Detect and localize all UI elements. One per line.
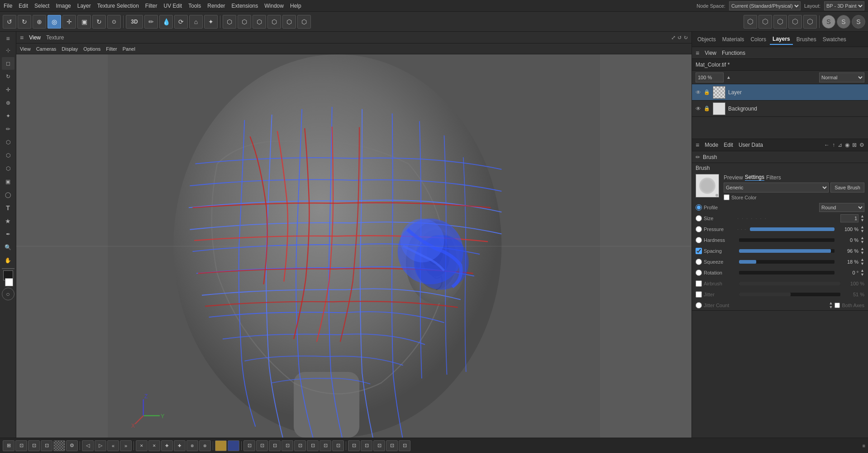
panel-hamburger-2[interactable]: ≡ [696, 141, 699, 149]
left-tool-3[interactable]: ✦ [2, 110, 14, 122]
vp-menu-filter[interactable]: Filter [106, 46, 117, 52]
left-tool-live[interactable]: ✛ [2, 83, 14, 96]
menu-uv-edit[interactable]: UV Edit [164, 3, 182, 9]
fill-button[interactable]: ⟳ [174, 15, 188, 29]
menu-window[interactable]: Window [264, 3, 284, 9]
jitter-count-spinner[interactable]: ▲▼ [829, 301, 833, 309]
layer-item-background[interactable]: 👁 🔒 Background [692, 101, 868, 117]
layer-lock-bg-icon[interactable]: 🔒 [704, 106, 710, 111]
spacing-checkbox[interactable] [696, 248, 702, 254]
panel-view-label[interactable]: View [705, 50, 716, 56]
panel-icon-2[interactable]: ⊠ [852, 142, 857, 148]
vp-menu-view[interactable]: View [20, 46, 31, 52]
toolbar-btn-a[interactable]: ⬡ [223, 15, 236, 29]
right-tab-layers[interactable]: Layers [770, 34, 793, 45]
menu-edit[interactable]: Edit [19, 3, 28, 9]
bottom-color1[interactable] [215, 440, 227, 451]
filter-icon[interactable]: ⊿ [838, 142, 842, 148]
layer-visibility-icon[interactable]: 👁 [696, 89, 701, 96]
right-tab-swatches[interactable]: Swatches [820, 34, 849, 44]
panel-icon-3[interactable]: ⚙ [859, 142, 864, 148]
undo-button[interactable]: ↺ [3, 15, 16, 29]
vp-menu-cameras[interactable]: Cameras [36, 46, 57, 52]
panel-hamburger[interactable]: ≡ [696, 49, 699, 57]
left-tool-star[interactable]: ★ [2, 215, 14, 227]
layout-select[interactable]: BP - 3D Paint [824, 1, 864, 10]
right-tab-objects[interactable]: Objects [695, 34, 719, 44]
circle-select-tool[interactable]: ◎ [48, 15, 61, 29]
bottom-btn-x2[interactable]: ✕ [148, 440, 160, 451]
toolbar-btn-b[interactable]: ⬡ [238, 15, 251, 29]
bottom-brush5[interactable]: ⊡ [294, 440, 306, 451]
bottom-btn-arrow-l[interactable]: ◁ [82, 440, 94, 451]
bottom-brush4[interactable]: ⊡ [281, 440, 293, 451]
save-brush-button[interactable]: Save Brush [830, 183, 864, 193]
bottom-btn-2[interactable]: ⊡ [15, 440, 27, 451]
pressure-spinner[interactable]: ▲▼ [860, 225, 864, 233]
jitter-count-radio[interactable] [696, 302, 702, 308]
left-tool-rect[interactable]: ▣ [2, 175, 14, 188]
left-tool-scale[interactable]: ◻ [2, 57, 14, 70]
pressure-radio[interactable] [696, 226, 702, 232]
menu-file[interactable]: File [4, 3, 12, 9]
blend-mode-select[interactable]: Normal Multiply Screen Overlay [819, 72, 864, 82]
bottom-btn-x3[interactable]: ⊗ [186, 440, 198, 451]
bottom-color2[interactable] [228, 440, 239, 451]
menu-image[interactable]: Image [56, 3, 71, 9]
stamp-button[interactable]: ⌂ [189, 15, 203, 29]
layer-visibility-bg-icon[interactable]: 👁 [696, 106, 701, 112]
left-tool-rotate[interactable]: ↻ [2, 70, 14, 83]
bottom-btn-grid[interactable]: ⊞ [3, 440, 14, 451]
bottom-btn-cross1[interactable]: ✚ [161, 440, 173, 451]
right-tab-materials[interactable]: Materials [720, 34, 747, 44]
bottom-btn-x4[interactable]: ⊗ [199, 440, 211, 451]
bottom-view4[interactable]: ⊡ [386, 440, 398, 451]
left-tool-text[interactable]: T [2, 202, 14, 214]
bottom-btn-cross2[interactable]: ✚ [174, 440, 186, 451]
hardness-radio[interactable] [696, 237, 702, 243]
squeeze-spinner[interactable]: ▲▼ [860, 258, 864, 266]
rotation-spinner[interactable]: ▲▼ [860, 269, 864, 277]
hardness-spinner[interactable]: ▲▼ [860, 236, 864, 244]
cone-btn[interactable]: ⬡ [773, 15, 787, 29]
bottom-brush7[interactable]: ⊡ [320, 440, 331, 451]
left-tool-6[interactable]: ⬡ [2, 149, 14, 162]
store-color-checkbox[interactable] [724, 194, 730, 200]
mode-label[interactable]: Mode [705, 142, 718, 148]
bottom-view1[interactable]: ⊡ [348, 440, 360, 451]
rotate-tool[interactable]: ↻ [92, 15, 106, 29]
cube-btn[interactable]: ⬡ [758, 15, 772, 29]
sphere-btn[interactable]: ⬡ [744, 15, 757, 29]
bottom-btn-settings[interactable]: ⚙ [66, 440, 78, 451]
left-tool-5[interactable]: ⬡ [2, 136, 14, 149]
profile-radio[interactable] [696, 204, 702, 211]
pattern-button[interactable]: ✦ [204, 15, 218, 29]
nav-up[interactable]: ↑ [832, 142, 835, 148]
viewport-tab-view[interactable]: View [29, 34, 41, 41]
size-radio[interactable] [696, 215, 702, 222]
bottom-btn-3[interactable]: ⊡ [28, 440, 40, 451]
viewport-tab-texture[interactable]: Texture [46, 34, 64, 41]
opacity-input[interactable] [696, 72, 724, 82]
both-axes-checkbox[interactable] [835, 303, 840, 308]
menu-filter[interactable]: Filter [145, 3, 157, 9]
bottom-view2[interactable]: ⊡ [361, 440, 372, 451]
bottom-view3[interactable]: ⊡ [373, 440, 385, 451]
left-tool-pen[interactable]: ✒ [2, 228, 14, 241]
brush-tab-preview[interactable]: Preview [724, 174, 743, 181]
hamburger-icon[interactable]: ≡ [2, 34, 14, 43]
material-s2[interactable]: S [837, 15, 850, 29]
menu-tools[interactable]: Tools [188, 3, 201, 9]
left-tool-circle-bottom[interactable]: ○ [2, 288, 14, 300]
brush-tab-settings[interactable]: Settings [745, 174, 764, 181]
bg-color-swatch[interactable] [5, 278, 13, 286]
bottom-brush1[interactable]: ⊡ [243, 440, 255, 451]
layer-item-layer[interactable]: 👁 🔒 Layer [692, 84, 868, 101]
menu-render[interactable]: Render [207, 3, 225, 9]
bottom-brush6[interactable]: ⊡ [307, 440, 319, 451]
size-value[interactable] [840, 214, 858, 222]
jitter-checkbox[interactable] [696, 291, 702, 298]
toolbar-btn-d[interactable]: ⬡ [267, 15, 281, 29]
menu-extensions[interactable]: Extensions [232, 3, 258, 9]
menu-layer[interactable]: Layer [77, 3, 91, 9]
